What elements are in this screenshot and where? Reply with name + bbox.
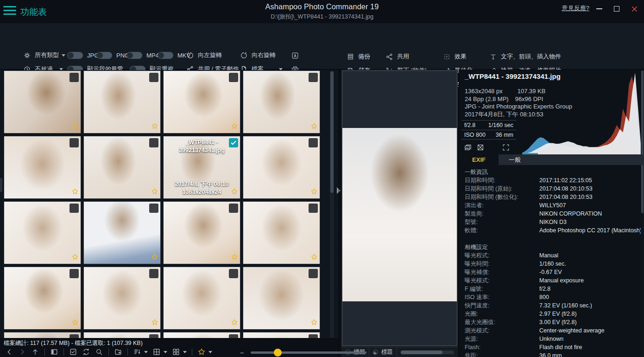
thumb-checkbox[interactable] (149, 334, 158, 338)
minimize-button[interactable] (594, 4, 604, 14)
refresh-button[interactable] (82, 348, 90, 356)
thumbnail[interactable] (83, 201, 161, 264)
command-rotate-right[interactable]: 向右旋轉 (240, 50, 284, 60)
star-icon[interactable] (71, 188, 79, 197)
thumb-checkbox[interactable] (69, 73, 79, 82)
thumb-checkbox[interactable] (229, 204, 238, 213)
thumbnails-scrollbar[interactable] (330, 70, 334, 338)
tab-exif[interactable]: EXIF (459, 154, 499, 165)
view-tiles-button[interactable] (172, 348, 187, 356)
star-icon[interactable] (151, 319, 158, 328)
action-text[interactable]: 文字、箭頭、插入物件 (489, 52, 561, 61)
thumb-checkbox[interactable] (69, 269, 79, 278)
thumb-checkbox[interactable] (309, 138, 318, 147)
thumbnail[interactable] (163, 332, 240, 338)
star-icon[interactable] (310, 188, 318, 197)
star-icon[interactable] (151, 253, 158, 262)
star-icon[interactable] (151, 122, 158, 132)
star-icon[interactable] (310, 319, 318, 328)
star-icon[interactable] (310, 122, 318, 132)
thumbnail[interactable] (243, 70, 320, 134)
close-button[interactable] (629, 4, 639, 14)
thumbnail[interactable] (83, 70, 161, 134)
star-icon[interactable] (71, 253, 79, 262)
thumbnail[interactable] (243, 267, 320, 330)
thumbnail[interactable] (4, 70, 81, 134)
zoom-slider-track[interactable] (251, 351, 366, 354)
star-icon[interactable] (231, 253, 238, 262)
crop-frame-button[interactable] (502, 143, 510, 152)
filter-type-dropdown[interactable]: 所有類型 (23, 50, 63, 60)
thumbnail[interactable] (4, 201, 81, 264)
select-mode-button[interactable] (69, 348, 77, 356)
star-icon[interactable] (231, 319, 238, 328)
thumbnail[interactable] (4, 136, 81, 199)
hamburger-menu-icon[interactable] (3, 6, 16, 16)
star-icon[interactable] (231, 122, 238, 132)
command-rotate-left[interactable]: 向左旋轉 (186, 50, 236, 60)
thumb-checkbox[interactable] (229, 269, 238, 278)
thumb-checkbox[interactable] (309, 269, 318, 278)
menu-button[interactable]: 功能表 (20, 6, 47, 18)
feedback-link[interactable]: 意見反應? (562, 4, 589, 13)
toggle-jpg[interactable]: JPG (67, 50, 99, 60)
thumbnail[interactable] (163, 201, 240, 264)
zoom-in-button[interactable]: + (373, 349, 377, 357)
toggle-switch[interactable] (67, 52, 83, 59)
new-folder-button[interactable] (114, 348, 122, 356)
sort-order-button[interactable] (133, 348, 148, 356)
thumb-checkbox[interactable] (149, 204, 158, 213)
toggle-png[interactable]: PNG (96, 50, 129, 60)
toggle-switch[interactable] (96, 52, 112, 59)
images-overlay-button[interactable] (464, 143, 472, 152)
nav-back-button[interactable] (5, 348, 13, 356)
thumb-checkbox[interactable] (69, 334, 79, 338)
star-icon[interactable] (310, 253, 318, 262)
view-grid-button[interactable] (152, 348, 167, 356)
toggle-mp4[interactable]: MP4 (126, 50, 159, 60)
thumbnail[interactable] (163, 70, 240, 134)
thumb-checkbox[interactable] (69, 204, 79, 213)
toggle-switch[interactable] (126, 52, 142, 59)
thumb-checkbox[interactable] (149, 269, 158, 278)
thumbnail[interactable] (83, 136, 161, 199)
tab-general[interactable]: 一般 (499, 154, 644, 165)
action-effects[interactable]: 效果 (443, 52, 487, 61)
thumb-checkbox[interactable] (149, 138, 158, 147)
thumbnail[interactable] (4, 267, 81, 330)
zoom-out-button[interactable]: − (240, 349, 244, 357)
left-panel-collapse-handle[interactable] (0, 178, 2, 192)
thumbnail[interactable] (83, 332, 161, 338)
star-icon[interactable] (71, 319, 79, 328)
toggle-switch[interactable] (158, 52, 173, 59)
thumb-checkbox[interactable] (309, 334, 318, 338)
preview-hscrollbar[interactable] (401, 351, 454, 354)
toggle-mkv[interactable]: MKV (158, 50, 190, 60)
thumb-checkbox[interactable] (309, 73, 318, 82)
thumbnail[interactable] (243, 201, 320, 264)
thumbnail[interactable] (4, 332, 81, 338)
maximize-button[interactable] (612, 4, 622, 14)
thumb-checkbox[interactable] (229, 334, 238, 338)
thumbnail[interactable] (243, 332, 320, 338)
zoom-button[interactable] (95, 348, 103, 356)
star-icon[interactable] (71, 122, 79, 132)
thumbnail-selected[interactable]: _WTP8441 -39921374341.jpg2017/4/8, 下午 08… (163, 136, 240, 199)
thumb-checkbox[interactable] (229, 73, 238, 82)
info-scrollbar[interactable] (641, 70, 644, 357)
panel-toggle-button[interactable] (50, 348, 58, 356)
thumbnail[interactable] (163, 267, 240, 330)
action-share[interactable]: 共用 (385, 52, 441, 61)
preview-photo[interactable] (342, 128, 457, 301)
thumb-checkbox[interactable] (149, 73, 158, 82)
zoom-slider-thumb[interactable] (274, 349, 282, 357)
action-backup[interactable]: 備份 (347, 52, 384, 61)
thumbnail[interactable] (83, 267, 161, 330)
parent-folder-button[interactable] (31, 348, 39, 356)
thumbnail[interactable] (243, 136, 320, 199)
star-icon[interactable] (151, 188, 158, 197)
nav-forward-button[interactable] (18, 348, 26, 356)
thumb-checkbox[interactable] (69, 138, 79, 147)
no-geo-button[interactable] (476, 143, 485, 152)
favorites-button[interactable] (197, 348, 212, 356)
